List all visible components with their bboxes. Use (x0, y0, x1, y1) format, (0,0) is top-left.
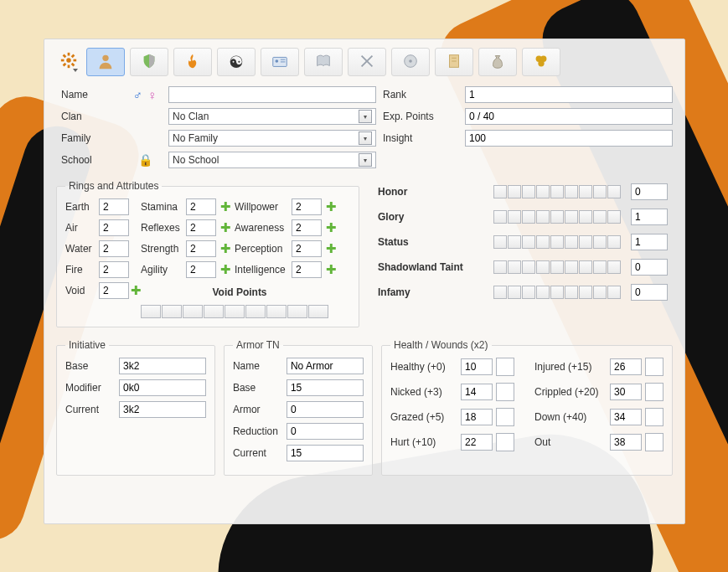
svg-point-17 (409, 59, 412, 63)
injured-mark[interactable] (645, 358, 663, 376)
glory-value[interactable] (631, 209, 668, 225)
tab-disc[interactable] (391, 48, 430, 76)
family-select[interactable]: No Family▾ (168, 130, 376, 147)
strength-label: Strength (141, 243, 184, 255)
glory-label: Glory (378, 211, 487, 223)
tab-weapons[interactable] (348, 48, 386, 76)
tab-identity[interactable] (261, 48, 299, 76)
lock-icon[interactable]: 🔒 (128, 153, 162, 167)
stamina-plus[interactable]: ✚ (218, 199, 233, 214)
svg-line-5 (64, 54, 66, 57)
perception-input[interactable] (292, 240, 322, 257)
armor-armor-input[interactable] (287, 401, 364, 418)
init-cur-input[interactable] (119, 401, 206, 418)
air-input[interactable] (99, 219, 129, 236)
nicked-mark[interactable] (496, 383, 514, 401)
tab-notes[interactable] (304, 48, 343, 76)
school-select[interactable]: No School▾ (168, 152, 376, 168)
glory-track[interactable] (493, 210, 624, 224)
settings-button[interactable] (56, 48, 81, 75)
infamy-value[interactable] (631, 284, 668, 301)
taint-track[interactable] (493, 260, 624, 274)
awareness-plus[interactable]: ✚ (323, 220, 338, 235)
clan-select[interactable]: No Clan▾ (168, 108, 376, 125)
tab-scrolls[interactable] (435, 48, 473, 76)
hurt-mark[interactable] (496, 433, 514, 451)
strength-plus[interactable]: ✚ (218, 241, 233, 256)
healthy-mark[interactable] (496, 358, 514, 376)
book-icon (314, 52, 333, 73)
tab-rings[interactable] (522, 48, 560, 76)
health-box: Health / Wounds (x2) Healthy (+0) Injure… (381, 339, 673, 476)
rank-label: Rank (383, 89, 458, 100)
perception-label: Perception (235, 243, 290, 255)
status-track[interactable] (493, 235, 624, 249)
intelligence-plus[interactable]: ✚ (323, 262, 338, 277)
earth-input[interactable] (99, 198, 129, 215)
tab-money[interactable] (478, 48, 517, 76)
armor-red-input[interactable] (287, 423, 364, 440)
out-input[interactable] (610, 434, 642, 451)
init-mod-input[interactable] (119, 379, 206, 396)
void-input[interactable] (99, 282, 129, 299)
tab-void[interactable]: ☯ (217, 48, 256, 76)
tab-character[interactable] (86, 48, 125, 76)
main-toolbar: ☯ (56, 48, 673, 76)
strength-input[interactable] (186, 240, 216, 257)
init-base-input[interactable] (119, 358, 206, 374)
tab-spells[interactable] (173, 48, 212, 76)
healthy-input[interactable] (461, 358, 493, 375)
crippled-input[interactable] (610, 384, 642, 400)
crippled-mark[interactable] (645, 383, 663, 401)
awareness-label: Awareness (235, 222, 290, 234)
injured-input[interactable] (610, 358, 642, 375)
rank-input[interactable] (465, 86, 673, 103)
nicked-input[interactable] (461, 384, 493, 400)
honor-track[interactable] (493, 185, 624, 198)
gender-male-icon[interactable]: ♂ (133, 88, 142, 102)
exp-input[interactable] (465, 108, 673, 125)
intelligence-label: Intelligence (235, 264, 290, 276)
reflexes-input[interactable] (186, 219, 216, 236)
grazed-input[interactable] (461, 409, 493, 425)
taint-value[interactable] (631, 259, 668, 276)
hurt-input[interactable] (461, 434, 493, 451)
willpower-plus[interactable]: ✚ (323, 199, 338, 214)
agility-input[interactable] (186, 261, 216, 278)
exp-label: Exp. Points (383, 111, 458, 122)
armor-base-input[interactable] (287, 379, 364, 396)
family-label: Family (61, 132, 121, 144)
out-mark[interactable] (645, 433, 663, 451)
clan-label: Clan (61, 111, 121, 122)
fire-input[interactable] (99, 261, 129, 278)
tab-skills[interactable] (130, 48, 168, 76)
honor-value[interactable] (631, 183, 668, 200)
status-label: Status (378, 236, 487, 248)
insight-label: Insight (383, 132, 458, 144)
awareness-input[interactable] (292, 219, 322, 236)
down-mark[interactable] (645, 408, 663, 426)
name-label: Name (61, 89, 121, 100)
infamy-track[interactable] (493, 286, 624, 299)
status-value[interactable] (631, 234, 668, 250)
willpower-input[interactable] (292, 198, 322, 215)
stamina-input[interactable] (186, 198, 216, 215)
intelligence-input[interactable] (292, 261, 322, 278)
grazed-label: Grazed (+5) (390, 411, 457, 423)
water-input[interactable] (99, 240, 129, 257)
armor-cur-input[interactable] (287, 445, 364, 461)
earth-label: Earth (65, 201, 97, 213)
name-input[interactable] (168, 86, 376, 103)
svg-line-8 (72, 54, 75, 57)
grazed-mark[interactable] (496, 408, 514, 426)
init-mod-label: Modifier (65, 382, 114, 394)
gender-female-icon[interactable]: ♀ (147, 88, 157, 102)
reflexes-plus[interactable]: ✚ (218, 220, 233, 235)
void-plus[interactable]: ✚ (131, 283, 139, 298)
insight-input[interactable] (465, 130, 673, 147)
down-input[interactable] (610, 409, 642, 425)
agility-plus[interactable]: ✚ (218, 262, 233, 277)
void-points-track[interactable] (131, 305, 338, 318)
perception-plus[interactable]: ✚ (323, 241, 338, 256)
armor-name-input[interactable] (287, 358, 364, 374)
